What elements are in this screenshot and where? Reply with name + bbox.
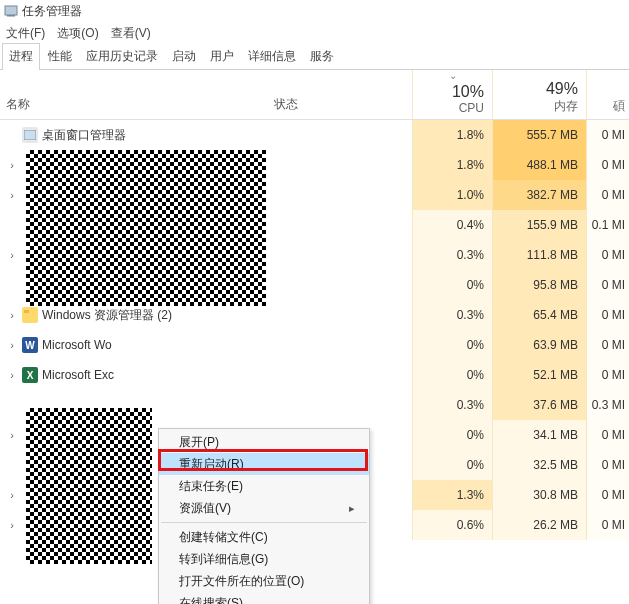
mem-cell: 111.8 MB bbox=[492, 240, 586, 270]
expand-chevron-icon[interactable]: › bbox=[6, 189, 18, 201]
col-extra[interactable]: 碩 bbox=[586, 70, 629, 119]
mem-cell: 488.1 MB bbox=[492, 150, 586, 180]
mem-cell: 155.9 MB bbox=[492, 210, 586, 240]
cpu-cell: 0.3% bbox=[412, 240, 492, 270]
mem-cell: 37.6 MB bbox=[492, 390, 586, 420]
extra-cell: 0 MI bbox=[586, 300, 629, 330]
cpu-cell: 0.4% bbox=[412, 210, 492, 240]
ctx-search[interactable]: 在线搜索(S) bbox=[159, 592, 369, 604]
menu-file[interactable]: 文件(F) bbox=[6, 25, 45, 42]
svg-rect-2 bbox=[24, 130, 36, 140]
tab-apphistory[interactable]: 应用历史记录 bbox=[80, 44, 164, 69]
mem-cell: 63.9 MB bbox=[492, 330, 586, 360]
extra-cell: 0.3 MI bbox=[586, 390, 629, 420]
mem-cell: 32.5 MB bbox=[492, 450, 586, 480]
process-name: Microsoft Wo bbox=[42, 338, 112, 352]
cpu-cell: 1.0% bbox=[412, 180, 492, 210]
svg-rect-0 bbox=[5, 6, 17, 15]
tab-services[interactable]: 服务 bbox=[304, 44, 340, 69]
cpu-cell: 0% bbox=[412, 270, 492, 300]
expand-chevron-icon[interactable]: › bbox=[6, 369, 18, 381]
column-headers: 名称 状态 ⌄ 10% CPU 49% 内存 碩 bbox=[0, 70, 629, 120]
menu-view[interactable]: 查看(V) bbox=[111, 25, 151, 42]
expand-chevron-icon[interactable]: › bbox=[6, 429, 18, 441]
extra-cell: 0 MI bbox=[586, 150, 629, 180]
ctx-openloc[interactable]: 打开文件所在的位置(O) bbox=[159, 570, 369, 592]
expand-chevron-icon[interactable]: › bbox=[6, 339, 18, 351]
expand-chevron-icon[interactable]: › bbox=[6, 309, 18, 321]
tab-users[interactable]: 用户 bbox=[204, 44, 240, 69]
cpu-cell: 0.6% bbox=[412, 510, 492, 540]
process-name: Microsoft Exc bbox=[42, 368, 114, 382]
menu-bar: 文件(F) 选项(O) 查看(V) bbox=[0, 22, 629, 44]
cpu-cell: 1.3% bbox=[412, 480, 492, 510]
ctx-restart[interactable]: 重新启动(R) bbox=[159, 453, 369, 475]
mem-cell: 26.2 MB bbox=[492, 510, 586, 540]
mem-cell: 382.7 MB bbox=[492, 180, 586, 210]
ctx-expand[interactable]: 展开(P) bbox=[159, 431, 369, 453]
mem-cell: 30.8 MB bbox=[492, 480, 586, 510]
tab-strip: 进程 性能 应用历史记录 启动 用户 详细信息 服务 bbox=[0, 44, 629, 70]
extra-cell: 0 MI bbox=[586, 240, 629, 270]
extra-cell: 0 MI bbox=[586, 120, 629, 150]
extra-cell: 0 MI bbox=[586, 330, 629, 360]
cpu-cell: 0% bbox=[412, 360, 492, 390]
table-row[interactable]: ›XMicrosoft Exc0%52.1 MB0 MI bbox=[0, 360, 629, 390]
extra-cell: 0 MI bbox=[586, 360, 629, 390]
window-title: 任务管理器 bbox=[22, 3, 82, 20]
process-table: 名称 状态 ⌄ 10% CPU 49% 内存 碩 桌面窗口管理器1.8%555.… bbox=[0, 70, 629, 540]
ctx-separator bbox=[161, 522, 367, 523]
col-name[interactable]: 名称 bbox=[0, 70, 268, 119]
mem-cell: 65.4 MB bbox=[492, 300, 586, 330]
table-row[interactable]: 桌面窗口管理器1.8%555.7 MB0 MI bbox=[0, 120, 629, 150]
cpu-cell: 0% bbox=[412, 420, 492, 450]
ctx-resource[interactable]: 资源值(V)▸ bbox=[159, 497, 369, 519]
submenu-arrow-icon: ▸ bbox=[349, 502, 355, 515]
redacted-region bbox=[26, 408, 152, 564]
mem-cell: 95.8 MB bbox=[492, 270, 586, 300]
mem-cell: 34.1 MB bbox=[492, 420, 586, 450]
expand-chevron-icon[interactable]: › bbox=[6, 519, 18, 531]
col-memory[interactable]: 49% 内存 bbox=[492, 70, 586, 119]
tab-processes[interactable]: 进程 bbox=[2, 43, 40, 70]
cpu-total: 10% bbox=[452, 83, 484, 101]
extra-cell: 0 MI bbox=[586, 480, 629, 510]
extra-cell: 0 MI bbox=[586, 510, 629, 540]
mem-total: 49% bbox=[546, 80, 578, 98]
col-status[interactable]: 状态 bbox=[268, 70, 412, 119]
svg-rect-1 bbox=[7, 15, 15, 17]
cpu-cell: 1.8% bbox=[412, 150, 492, 180]
tab-performance[interactable]: 性能 bbox=[42, 44, 78, 69]
expand-chevron-icon[interactable]: › bbox=[6, 159, 18, 171]
process-name: 桌面窗口管理器 bbox=[42, 127, 126, 144]
redacted-region bbox=[26, 150, 266, 306]
word-icon: W bbox=[22, 337, 38, 353]
ctx-dump[interactable]: 创建转储文件(C) bbox=[159, 526, 369, 548]
cpu-cell: 0.3% bbox=[412, 390, 492, 420]
cpu-cell: 1.8% bbox=[412, 120, 492, 150]
mem-cell: 555.7 MB bbox=[492, 120, 586, 150]
mem-cell: 52.1 MB bbox=[492, 360, 586, 390]
process-name: Windows 资源管理器 (2) bbox=[42, 307, 172, 324]
extra-cell: 0 MI bbox=[586, 420, 629, 450]
extra-cell: 0 MI bbox=[586, 270, 629, 300]
extra-cell: 0 MI bbox=[586, 180, 629, 210]
cpu-cell: 0% bbox=[412, 330, 492, 360]
explorer-icon bbox=[22, 307, 38, 323]
ctx-endtask[interactable]: 结束任务(E) bbox=[159, 475, 369, 497]
title-bar: 任务管理器 bbox=[0, 0, 629, 22]
excel-icon: X bbox=[22, 367, 38, 383]
tab-startup[interactable]: 启动 bbox=[166, 44, 202, 69]
chevron-down-icon: ⌄ bbox=[449, 70, 457, 81]
table-row[interactable]: ›WMicrosoft Wo0%63.9 MB0 MI bbox=[0, 330, 629, 360]
ctx-godetails[interactable]: 转到详细信息(G) bbox=[159, 548, 369, 570]
expand-chevron-icon[interactable]: › bbox=[6, 249, 18, 261]
context-menu: 展开(P) 重新启动(R) 结束任务(E) 资源值(V)▸ 创建转储文件(C) … bbox=[158, 428, 370, 604]
tab-details[interactable]: 详细信息 bbox=[242, 44, 302, 69]
cpu-cell: 0.3% bbox=[412, 300, 492, 330]
svg-rect-4 bbox=[24, 310, 29, 313]
extra-cell: 0.1 MI bbox=[586, 210, 629, 240]
expand-chevron-icon[interactable]: › bbox=[6, 489, 18, 501]
menu-options[interactable]: 选项(O) bbox=[57, 25, 98, 42]
col-cpu[interactable]: ⌄ 10% CPU bbox=[412, 70, 492, 119]
